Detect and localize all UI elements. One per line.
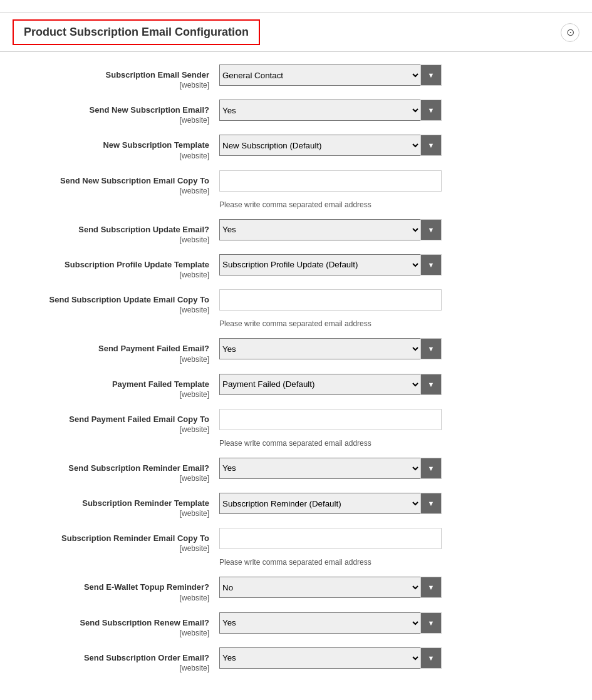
select-subscription-profile-update-template[interactable]: Subscription Profile Update (Default) xyxy=(219,254,420,275)
input-col-subscription-profile-update-template: Subscription Profile Update (Default) xyxy=(219,254,442,275)
select-send-new-subscription-email[interactable]: Yes No xyxy=(219,100,420,121)
row-subscription-reminder-template: Subscription Reminder Template [website]… xyxy=(13,493,579,518)
select-wrapper-send-subscription-renew-email: Yes No xyxy=(219,612,442,634)
input-col-send-ewallet-topup-reminder: No Yes xyxy=(219,577,442,598)
label-send-new-subscription-email-copy-to: Send New Subscription Email Copy To [web… xyxy=(13,170,219,195)
select-wrapper-send-subscription-order-email: Yes No xyxy=(219,647,442,669)
select-send-subscription-reminder-email[interactable]: Yes No xyxy=(219,458,420,479)
row-subscription-reminder-email-copy-to: Subscription Reminder Email Copy To [web… xyxy=(13,528,579,553)
form-body: Subscription Email Sender [website] Gene… xyxy=(0,64,592,672)
select-arrow-subscription-email-sender[interactable] xyxy=(420,64,442,86)
label-send-payment-failed-email: Send Payment Failed Email? [website] xyxy=(13,338,219,363)
select-wrapper-send-new-subscription-email: Yes No xyxy=(219,100,442,121)
input-col-send-new-subscription-email: Yes No xyxy=(219,100,442,121)
hint-payment-failed-copy: Please write comma separated email addre… xyxy=(219,436,371,448)
select-arrow-send-new-subscription-email[interactable] xyxy=(420,100,442,121)
label-send-subscription-reminder-email: Send Subscription Reminder Email? [websi… xyxy=(13,458,219,483)
select-arrow-send-ewallet-topup-reminder[interactable] xyxy=(420,577,442,598)
select-send-ewallet-topup-reminder[interactable]: No Yes xyxy=(219,577,420,598)
label-subscription-email-sender: Subscription Email Sender [website] xyxy=(13,64,219,90)
select-wrapper-new-subscription-template: New Subscription (Default) xyxy=(219,135,442,156)
select-wrapper-send-ewallet-topup-reminder: No Yes xyxy=(219,577,442,598)
select-subscription-reminder-template[interactable]: Subscription Reminder (Default) xyxy=(219,493,420,514)
row-send-subscription-update-email: Send Subscription Update Email? [website… xyxy=(13,219,579,244)
label-subscription-reminder-template: Subscription Reminder Template [website] xyxy=(13,493,219,518)
select-wrapper-payment-failed-template: Payment Failed (Default) xyxy=(219,374,442,395)
row-send-new-subscription-email-copy-to: Send New Subscription Email Copy To [web… xyxy=(13,170,579,195)
select-arrow-subscription-reminder-template[interactable] xyxy=(420,493,442,514)
label-new-subscription-template: New Subscription Template [website] xyxy=(13,135,219,160)
label-subscription-reminder-email-copy-to: Subscription Reminder Email Copy To [web… xyxy=(13,528,219,553)
select-arrow-send-payment-failed-email[interactable] xyxy=(420,338,442,359)
select-wrapper-subscription-reminder-template: Subscription Reminder (Default) xyxy=(219,493,442,514)
input-col-send-payment-failed-email-copy-to xyxy=(219,409,442,430)
select-send-payment-failed-email[interactable]: Yes No xyxy=(219,338,420,359)
select-arrow-send-subscription-reminder-email[interactable] xyxy=(420,458,442,479)
label-send-subscription-renew-email: Send Subscription Renew Email? [website] xyxy=(13,612,219,637)
label-send-payment-failed-email-copy-to: Send Payment Failed Email Copy To [websi… xyxy=(13,409,219,434)
select-arrow-send-subscription-renew-email[interactable] xyxy=(420,612,442,634)
hint-row-new-subscription-copy: Please write comma separated email addre… xyxy=(13,198,579,209)
input-subscription-reminder-email-copy-to[interactable] xyxy=(219,528,442,549)
input-col-send-new-subscription-email-copy-to xyxy=(219,170,442,192)
label-send-new-subscription-email: Send New Subscription Email? [website] xyxy=(13,100,219,125)
input-col-send-subscription-update-email: Yes No xyxy=(219,219,442,240)
page-title: Product Subscription Email Configuration xyxy=(24,26,249,38)
select-wrapper-subscription-email-sender: General Contact xyxy=(219,64,442,86)
select-send-subscription-update-email[interactable]: Yes No xyxy=(219,219,420,240)
row-send-subscription-reminder-email: Send Subscription Reminder Email? [websi… xyxy=(13,458,579,483)
select-arrow-payment-failed-template[interactable] xyxy=(420,374,442,395)
hint-row-subscription-reminder-copy: Please write comma separated email addre… xyxy=(13,555,579,567)
label-send-subscription-update-email-copy-to: Send Subscription Update Email Copy To [… xyxy=(13,289,219,314)
label-send-ewallet-topup-reminder: Send E-Wallet Topup Reminder? [website] xyxy=(13,577,219,602)
label-payment-failed-template: Payment Failed Template [website] xyxy=(13,374,219,399)
select-wrapper-send-payment-failed-email: Yes No xyxy=(219,338,442,359)
row-new-subscription-template: New Subscription Template [website] New … xyxy=(13,135,579,160)
select-wrapper-send-subscription-update-email: Yes No xyxy=(219,219,442,240)
row-send-ewallet-topup-reminder: Send E-Wallet Topup Reminder? [website] … xyxy=(13,577,579,602)
label-send-subscription-order-email: Send Subscription Order Email? [website] xyxy=(13,647,219,672)
hint-row-subscription-update-copy: Please write comma separated email addre… xyxy=(13,317,579,328)
input-col-new-subscription-template: New Subscription (Default) xyxy=(219,135,442,156)
hint-subscription-update-copy: Please write comma separated email addre… xyxy=(219,317,371,328)
collapse-icon[interactable]: ⊙ xyxy=(561,23,579,42)
row-send-subscription-update-email-copy-to: Send Subscription Update Email Copy To [… xyxy=(13,289,579,314)
row-send-subscription-renew-email: Send Subscription Renew Email? [website]… xyxy=(13,612,579,637)
select-arrow-new-subscription-template[interactable] xyxy=(420,135,442,156)
section-title-box: Product Subscription Email Configuration xyxy=(13,19,260,45)
input-col-send-subscription-order-email: Yes No xyxy=(219,647,442,669)
input-send-subscription-update-email-copy-to[interactable] xyxy=(219,289,442,311)
select-wrapper-send-subscription-reminder-email: Yes No xyxy=(219,458,442,479)
input-send-new-subscription-email-copy-to[interactable] xyxy=(219,170,442,192)
section-header: Product Subscription Email Configuration… xyxy=(0,13,592,52)
select-arrow-send-subscription-order-email[interactable] xyxy=(420,647,442,669)
row-payment-failed-template: Payment Failed Template [website] Paymen… xyxy=(13,374,579,399)
input-send-payment-failed-email-copy-to[interactable] xyxy=(219,409,442,430)
row-subscription-profile-update-template: Subscription Profile Update Template [we… xyxy=(13,254,579,279)
input-col-send-payment-failed-email: Yes No xyxy=(219,338,442,359)
input-col-send-subscription-reminder-email: Yes No xyxy=(219,458,442,479)
row-send-subscription-order-email: Send Subscription Order Email? [website]… xyxy=(13,647,579,672)
select-payment-failed-template[interactable]: Payment Failed (Default) xyxy=(219,374,420,395)
input-col-send-subscription-update-email-copy-to xyxy=(219,289,442,311)
hint-subscription-reminder-copy: Please write comma separated email addre… xyxy=(219,555,371,567)
input-col-subscription-email-sender: General Contact xyxy=(219,64,442,86)
select-arrow-subscription-profile-update-template[interactable] xyxy=(420,254,442,275)
select-send-subscription-renew-email[interactable]: Yes No xyxy=(219,612,420,634)
row-subscription-email-sender: Subscription Email Sender [website] Gene… xyxy=(13,64,579,90)
hint-row-payment-failed-copy: Please write comma separated email addre… xyxy=(13,436,579,448)
input-col-subscription-reminder-email-copy-to xyxy=(219,528,442,549)
select-send-subscription-order-email[interactable]: Yes No xyxy=(219,647,420,669)
select-wrapper-subscription-profile-update-template: Subscription Profile Update (Default) xyxy=(219,254,442,275)
row-send-payment-failed-email: Send Payment Failed Email? [website] Yes… xyxy=(13,338,579,363)
hint-new-subscription-copy: Please write comma separated email addre… xyxy=(219,198,371,209)
select-arrow-send-subscription-update-email[interactable] xyxy=(420,219,442,240)
input-col-send-subscription-renew-email: Yes No xyxy=(219,612,442,634)
label-subscription-profile-update-template: Subscription Profile Update Template [we… xyxy=(13,254,219,279)
select-new-subscription-template[interactable]: New Subscription (Default) xyxy=(219,135,420,156)
page-container: Product Subscription Email Configuration… xyxy=(0,0,592,700)
select-subscription-email-sender[interactable]: General Contact xyxy=(219,64,420,86)
row-send-payment-failed-email-copy-to: Send Payment Failed Email Copy To [websi… xyxy=(13,409,579,434)
label-send-subscription-update-email: Send Subscription Update Email? [website… xyxy=(13,219,219,244)
input-col-payment-failed-template: Payment Failed (Default) xyxy=(219,374,442,395)
